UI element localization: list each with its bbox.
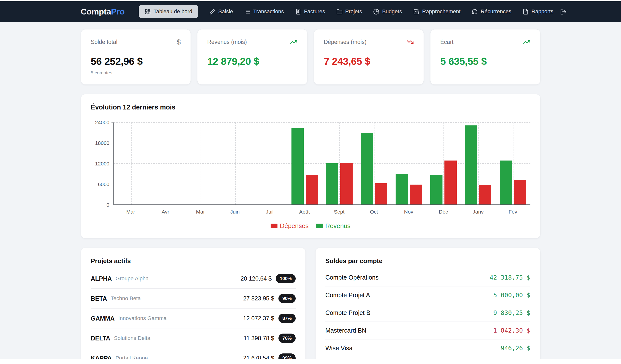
month-slot-fév <box>496 122 530 204</box>
account-name: Compte Projet A <box>325 292 370 299</box>
dashboard-icon <box>145 9 151 15</box>
file-text-icon <box>522 9 529 15</box>
accounts-list: Compte Opérations42 318,75 $Compte Proje… <box>325 269 530 357</box>
nav-list: Tableau de bordSaisieTransactionsFacture… <box>139 5 553 18</box>
projects-list: ALPHAGroupe Alpha20 120,64 $100%BETATech… <box>91 269 296 359</box>
account-row: Compte Opérations42 318,75 $ <box>325 269 530 286</box>
x-tick-label: Juil <box>252 209 287 215</box>
legend-swatch <box>271 224 277 228</box>
legend-label: Dépenses <box>280 222 309 230</box>
x-tick-label: Mar <box>113 209 148 215</box>
account-balance: 5 000,00 $ <box>493 292 530 299</box>
brand-part2: Pro <box>111 7 124 16</box>
project-amount: 12 072,37 $ <box>243 315 274 322</box>
stat-card-subtext <box>440 70 530 75</box>
y-tick-label: 6000 <box>98 182 109 187</box>
x-tick-label: Août <box>287 209 322 215</box>
chart-panel: Évolution 12 derniers mois 0600012000180… <box>81 94 540 238</box>
stat-card-3: Dépenses (mois)7 243,65 $ <box>314 29 424 85</box>
project-row: BETATechno Beta27 823,95 $90% <box>91 289 296 309</box>
account-balance: -1 842,30 $ <box>490 327 530 334</box>
stat-card-subtext <box>324 70 414 75</box>
chart-legend: DépensesRevenus <box>91 222 530 230</box>
project-row: ALPHAGroupe Alpha20 120,64 $100% <box>91 269 296 289</box>
bar-dépenses-fév <box>514 180 526 204</box>
nav-item-label: Transactions <box>253 8 284 15</box>
nav-item-rapports[interactable]: Rapports <box>522 8 553 15</box>
vertical-gridline <box>305 122 305 204</box>
projects-title: Projets actifs <box>91 257 296 265</box>
bar-revenus-août <box>292 128 304 204</box>
vertical-gridline <box>201 122 201 204</box>
legend-item-dépenses[interactable]: Dépenses <box>271 222 309 230</box>
stat-card-label: Dépenses (mois) <box>324 39 367 45</box>
stat-card-subtext <box>207 70 297 75</box>
folder-icon <box>336 9 343 15</box>
project-code: DELTA <box>91 335 110 342</box>
x-tick-label: Fév <box>496 209 530 215</box>
x-tick-label: Janv <box>461 209 496 215</box>
chart-plot-area <box>113 122 530 205</box>
vertical-gridline <box>270 122 270 204</box>
x-tick-label: Nov <box>391 209 426 215</box>
stat-card-1: Solde total$56 252,96 $5 comptes <box>81 29 191 85</box>
vertical-gridline <box>131 122 132 204</box>
x-tick-label: Avr <box>148 209 183 215</box>
receipt-icon <box>295 9 301 15</box>
legend-item-revenus[interactable]: Revenus <box>316 222 351 230</box>
account-name: Compte Projet B <box>325 309 370 316</box>
brand-logo[interactable]: ComptaPro <box>81 7 125 17</box>
account-row: Wise Visa946,26 $ <box>325 339 530 357</box>
project-code: ALPHA <box>91 275 112 282</box>
account-row: Compte Projet A5 000,00 $ <box>325 286 530 304</box>
stat-card-value: 12 879,20 $ <box>207 56 297 66</box>
brand-part1: Compta <box>81 7 111 16</box>
projects-panel: Projets actifs ALPHAGroupe Alpha20 120,6… <box>81 248 306 359</box>
bar-dépenses-déc <box>445 161 457 204</box>
nav-item-factures[interactable]: Factures <box>295 8 325 15</box>
stat-card-value: 5 635,55 $ <box>440 56 530 66</box>
month-slot-nov <box>391 122 426 204</box>
account-balance: 9 830,25 $ <box>493 309 530 316</box>
stat-card-header: Écart <box>440 38 530 46</box>
project-row: DELTASolutions Delta11 398,78 $76% <box>91 328 296 348</box>
x-tick-label: Juin <box>218 209 252 215</box>
project-amount: 27 823,95 $ <box>243 295 274 302</box>
nav-item-r-currences[interactable]: Récurrences <box>472 8 511 15</box>
accounts-title: Soldes par compte <box>325 257 530 265</box>
project-code: GAMMA <box>91 315 115 322</box>
stat-card-header: Dépenses (mois) <box>324 38 414 46</box>
y-tick-label: 24000 <box>95 119 109 125</box>
account-name: Mastercard BN <box>325 327 366 334</box>
list-icon <box>244 9 250 15</box>
project-name: Portail Kappa <box>115 355 148 359</box>
month-slot-sept <box>322 122 357 204</box>
nav-item-label: Budgets <box>382 8 402 15</box>
accounts-panel: Soldes par compte Compte Opérations42 31… <box>315 248 540 359</box>
stat-card-label: Solde total <box>91 39 118 45</box>
month-slot-janv <box>461 122 496 204</box>
account-balance: 946,26 $ <box>501 345 530 352</box>
y-tick-label: 12000 <box>95 161 109 167</box>
stat-card-2: Revenus (mois)12 879,20 $ <box>197 29 308 85</box>
stat-card-value: 7 243,65 $ <box>324 56 414 66</box>
logout-button[interactable] <box>560 8 567 15</box>
project-row: GAMMAInnovations Gamma12 072,37 $87% <box>91 309 296 328</box>
nav-item-rapprochement[interactable]: Rapprochement <box>413 8 461 15</box>
vertical-gridline <box>478 122 479 204</box>
nav-item-label: Factures <box>304 8 325 15</box>
vertical-gridline <box>409 122 409 204</box>
project-code: BETA <box>91 295 107 302</box>
nav-item-saisie[interactable]: Saisie <box>209 8 233 15</box>
check-square-icon <box>413 9 419 15</box>
bar-dépenses-oct <box>375 183 387 204</box>
stat-card-subtext: 5 comptes <box>91 70 181 76</box>
month-slot-mai <box>183 122 218 204</box>
nav-item-tableau-de-bord[interactable]: Tableau de bord <box>139 5 198 18</box>
refresh-icon <box>472 9 478 15</box>
nav-item-budgets[interactable]: Budgets <box>373 8 402 15</box>
y-tick-label: 18000 <box>95 140 109 146</box>
dollar-icon: $ <box>176 38 181 46</box>
nav-item-transactions[interactable]: Transactions <box>244 8 284 15</box>
nav-item-projets[interactable]: Projets <box>336 8 362 15</box>
